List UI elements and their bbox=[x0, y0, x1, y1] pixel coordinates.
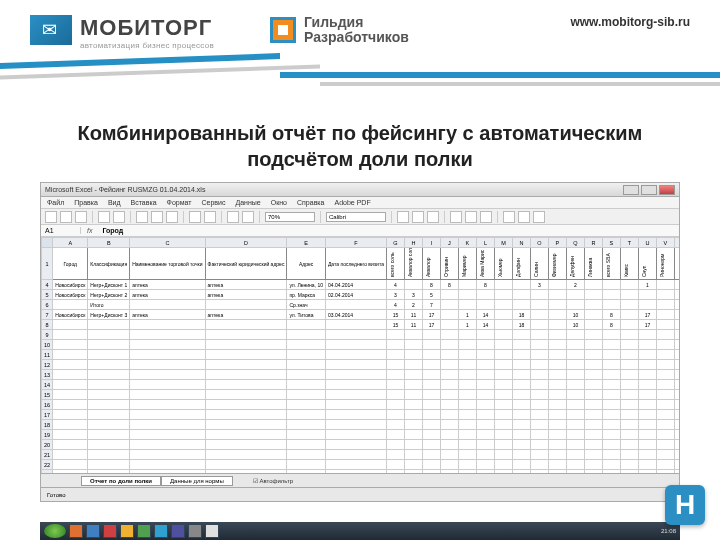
cell[interactable] bbox=[674, 360, 679, 370]
cell[interactable] bbox=[530, 290, 548, 300]
cell[interactable] bbox=[548, 420, 566, 430]
cell[interactable] bbox=[130, 340, 205, 350]
cell[interactable] bbox=[620, 280, 638, 290]
cell[interactable] bbox=[584, 400, 602, 410]
cell[interactable] bbox=[325, 420, 386, 430]
cell[interactable] bbox=[512, 450, 530, 460]
cell[interactable] bbox=[620, 440, 638, 450]
cell[interactable] bbox=[530, 330, 548, 340]
row-header[interactable]: 14 bbox=[42, 380, 53, 390]
cell[interactable] bbox=[638, 360, 656, 370]
cell[interactable]: пр. Маркса bbox=[287, 290, 326, 300]
cell[interactable] bbox=[674, 350, 679, 360]
cell[interactable] bbox=[440, 410, 458, 420]
cell[interactable] bbox=[620, 420, 638, 430]
cell[interactable] bbox=[638, 350, 656, 360]
cell[interactable] bbox=[548, 450, 566, 460]
cell[interactable] bbox=[602, 300, 620, 310]
column-header[interactable]: S bbox=[602, 238, 620, 248]
cell[interactable]: 18 bbox=[512, 320, 530, 330]
cell[interactable] bbox=[656, 420, 674, 430]
cell[interactable] bbox=[656, 300, 674, 310]
cell[interactable] bbox=[88, 450, 130, 460]
cell[interactable] bbox=[566, 460, 584, 470]
cell[interactable]: 8 bbox=[440, 280, 458, 290]
open-button[interactable] bbox=[60, 211, 72, 223]
bold-button[interactable] bbox=[397, 211, 409, 223]
cell[interactable]: 02.04.2014 bbox=[325, 290, 386, 300]
cell[interactable] bbox=[602, 420, 620, 430]
column-header[interactable]: L bbox=[476, 238, 494, 248]
cell[interactable] bbox=[53, 420, 88, 430]
cell[interactable] bbox=[674, 420, 679, 430]
cell[interactable] bbox=[566, 350, 584, 360]
cell[interactable] bbox=[620, 370, 638, 380]
cell[interactable]: 10 bbox=[566, 320, 584, 330]
cell[interactable] bbox=[656, 390, 674, 400]
column-header[interactable]: T bbox=[620, 238, 638, 248]
cell[interactable] bbox=[674, 410, 679, 420]
cell[interactable] bbox=[422, 330, 440, 340]
column-header[interactable]: H bbox=[404, 238, 422, 248]
cell[interactable] bbox=[404, 390, 422, 400]
cell[interactable]: 17 bbox=[638, 320, 656, 330]
cell[interactable] bbox=[584, 390, 602, 400]
cell[interactable] bbox=[440, 370, 458, 380]
cell[interactable] bbox=[620, 360, 638, 370]
task-icon[interactable] bbox=[120, 524, 134, 538]
cell[interactable] bbox=[476, 390, 494, 400]
cell[interactable] bbox=[422, 460, 440, 470]
cell[interactable] bbox=[476, 330, 494, 340]
cell[interactable]: аптека bbox=[205, 280, 287, 290]
cell[interactable] bbox=[130, 420, 205, 430]
cell[interactable] bbox=[458, 280, 476, 290]
cell[interactable] bbox=[88, 370, 130, 380]
cell[interactable] bbox=[620, 330, 638, 340]
cell[interactable] bbox=[602, 410, 620, 420]
cell[interactable]: 3 bbox=[530, 280, 548, 290]
cell[interactable] bbox=[638, 300, 656, 310]
cell[interactable] bbox=[512, 390, 530, 400]
cell[interactable] bbox=[548, 300, 566, 310]
row-header[interactable]: 11 bbox=[42, 350, 53, 360]
cell[interactable] bbox=[440, 420, 458, 430]
cell[interactable]: 03.04.2014 bbox=[325, 310, 386, 320]
cell[interactable] bbox=[422, 390, 440, 400]
cell[interactable]: 4 bbox=[386, 280, 404, 290]
column-header[interactable]: J bbox=[440, 238, 458, 248]
italic-button[interactable] bbox=[412, 211, 424, 223]
cell[interactable] bbox=[422, 350, 440, 360]
cell[interactable] bbox=[53, 410, 88, 420]
cell[interactable] bbox=[440, 290, 458, 300]
cell[interactable] bbox=[548, 430, 566, 440]
cell[interactable] bbox=[205, 460, 287, 470]
cell[interactable] bbox=[325, 360, 386, 370]
cell[interactable] bbox=[674, 300, 679, 310]
cell[interactable] bbox=[287, 410, 326, 420]
cell[interactable] bbox=[476, 340, 494, 350]
cell[interactable] bbox=[287, 350, 326, 360]
menu-item[interactable]: Файл bbox=[47, 199, 64, 206]
row-header[interactable]: 16 bbox=[42, 400, 53, 410]
cell[interactable] bbox=[494, 440, 512, 450]
cell[interactable] bbox=[530, 430, 548, 440]
cell[interactable] bbox=[386, 380, 404, 390]
cell[interactable] bbox=[548, 410, 566, 420]
cell[interactable] bbox=[530, 310, 548, 320]
cell[interactable] bbox=[476, 400, 494, 410]
cell[interactable] bbox=[205, 330, 287, 340]
cell[interactable] bbox=[494, 360, 512, 370]
autofilter-label[interactable]: Автофильтр bbox=[259, 478, 293, 484]
cell[interactable] bbox=[476, 380, 494, 390]
cell[interactable] bbox=[530, 390, 548, 400]
cell[interactable]: 10 bbox=[566, 310, 584, 320]
cell[interactable] bbox=[440, 400, 458, 410]
sheet-tab[interactable]: Отчет по доли полки bbox=[81, 476, 161, 486]
row-header[interactable]: 22 bbox=[42, 460, 53, 470]
cell[interactable] bbox=[494, 350, 512, 360]
cell[interactable] bbox=[548, 440, 566, 450]
align-center-button[interactable] bbox=[465, 211, 477, 223]
cell[interactable] bbox=[512, 370, 530, 380]
cell[interactable] bbox=[130, 450, 205, 460]
cell[interactable] bbox=[512, 430, 530, 440]
